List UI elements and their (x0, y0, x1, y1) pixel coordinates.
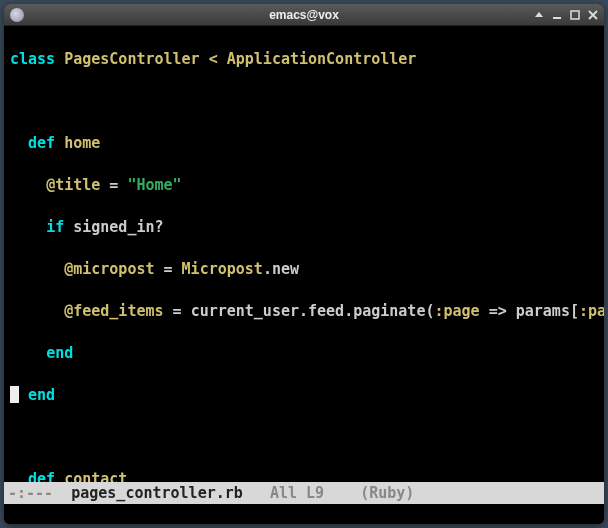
minibuffer[interactable] (4, 504, 604, 524)
sym-page1: :page (434, 302, 479, 320)
ivar-title: @title (46, 176, 100, 194)
eq: = (173, 302, 182, 320)
inherit-op: < (209, 50, 218, 68)
sym-page2: :page (579, 302, 604, 320)
method-contact: contact (64, 470, 127, 482)
code-editor[interactable]: class PagesController < ApplicationContr… (4, 26, 604, 482)
mode-line[interactable]: -:--- pages_controller.rb All L9 (Ruby) (4, 482, 604, 504)
svg-rect-0 (553, 17, 561, 19)
window-title: emacs@vox (4, 8, 604, 22)
rollup-icon[interactable] (534, 10, 544, 20)
eq: = (109, 176, 118, 194)
method-home: home (64, 134, 100, 152)
buffer-name: pages_controller.rb (71, 482, 243, 504)
kw-def: def (28, 134, 55, 152)
kw-def: def (28, 470, 55, 482)
class-name: PagesController (64, 50, 199, 68)
cond: signed_in? (73, 218, 163, 236)
svg-rect-1 (571, 11, 579, 19)
modeline-info: All L9 (Ruby) (243, 482, 415, 504)
ivar-feed: @feed_items (64, 302, 163, 320)
parent-class: ApplicationController (227, 50, 417, 68)
kw-class: class (10, 50, 55, 68)
window-controls (534, 10, 598, 20)
call-paginate: current_user.feed.paginate( (191, 302, 435, 320)
editor-window: emacs@vox class PagesController < Applic… (4, 4, 604, 524)
minimize-icon[interactable] (552, 10, 562, 20)
ivar-micropost: @micropost (64, 260, 154, 278)
dot-new: .new (263, 260, 299, 278)
titlebar[interactable]: emacs@vox (4, 4, 604, 26)
type-micropost: Micropost (182, 260, 263, 278)
arrow: => (480, 302, 516, 320)
kw-end: end (46, 344, 73, 362)
app-icon (10, 8, 24, 22)
text-cursor (10, 386, 19, 403)
params-open: params[ (516, 302, 579, 320)
kw-end: end (28, 386, 55, 404)
close-icon[interactable] (588, 10, 598, 20)
modeline-prefix: -:--- (8, 482, 71, 504)
maximize-icon[interactable] (570, 10, 580, 20)
eq: = (164, 260, 173, 278)
kw-if: if (46, 218, 64, 236)
str-home: "Home" (127, 176, 181, 194)
